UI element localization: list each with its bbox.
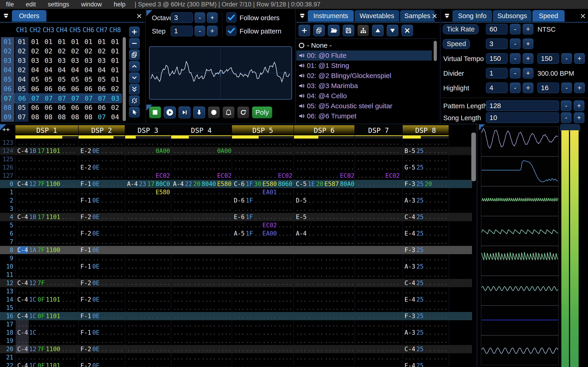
- pattern-cell[interactable]: C-4127F........: [17, 279, 77, 287]
- highlight-first-input[interactable]: 4: [486, 83, 508, 93]
- tick-rate-decrease-button[interactable]: -: [510, 24, 520, 34]
- pattern-cell[interactable]: ...............: [296, 238, 355, 246]
- highlight-second-increase-button[interactable]: +: [574, 83, 585, 93]
- order-cell[interactable]: 04: [55, 65, 69, 75]
- pattern-cell[interactable]: C-51E20E58780A0: [296, 180, 355, 188]
- pattern-cell[interactable]: C-41C0F1101....: [17, 361, 77, 367]
- order-cell[interactable]: 05: [15, 84, 28, 94]
- record-button[interactable]: [208, 106, 220, 118]
- pattern-cell[interactable]: F-32520....: [405, 180, 449, 188]
- pattern-cell[interactable]: ...........: [80, 205, 124, 213]
- pattern-cell[interactable]: ...........: [405, 221, 449, 229]
- pattern-cell[interactable]: ...........: [80, 320, 124, 328]
- instrument-item[interactable]: 04: @4 Cello: [296, 91, 432, 101]
- orders-row[interactable]: 040204040404040401: [1, 65, 122, 75]
- pattern-cell[interactable]: ...........: [405, 139, 449, 147]
- orders-row[interactable]: 060506060606060602: [1, 84, 122, 94]
- pattern-cell[interactable]: ...............: [234, 287, 294, 295]
- pattern-cell[interactable]: ...............: [234, 328, 294, 337]
- pattern-cell[interactable]: ...............: [17, 287, 77, 295]
- order-cell[interactable]: 02: [42, 47, 55, 56]
- virtual-tempo-num-increase-button[interactable]: +: [523, 53, 533, 64]
- pattern-cell[interactable]: C-4127F1100....: [17, 180, 77, 188]
- pattern-cell[interactable]: ...........EC02: [234, 172, 294, 180]
- channel-header-3[interactable]: DSP 3: [125, 125, 171, 135]
- follow-orders-checkbox[interactable]: [226, 12, 236, 23]
- pattern-cell[interactable]: ...............: [173, 163, 233, 172]
- close-icon[interactable]: [579, 12, 587, 20]
- order-cell[interactable]: 04: [82, 65, 95, 75]
- pattern-cell[interactable]: ...............: [173, 262, 233, 271]
- pattern-cell[interactable]: ...........EC02: [173, 172, 233, 180]
- pattern-cell[interactable]: ...............: [173, 312, 233, 320]
- pattern-cell[interactable]: C-41B171101....: [17, 147, 77, 155]
- speed-increase-button[interactable]: +: [523, 39, 533, 49]
- pattern-cell[interactable]: ...........: [127, 295, 171, 304]
- step-decrease-button[interactable]: -: [195, 26, 205, 36]
- chevrons-down-button[interactable]: [129, 84, 140, 94]
- triangle-down-button[interactable]: [387, 25, 398, 36]
- channel-header-1[interactable]: DSP 1: [15, 125, 78, 135]
- orders-scrollbar[interactable]: [123, 37, 126, 121]
- order-cell[interactable]: 03: [28, 56, 42, 65]
- pattern-cell[interactable]: ...............: [17, 139, 77, 147]
- pattern-cell[interactable]: ...........: [80, 172, 124, 180]
- pattern-cell[interactable]: C-425......: [405, 213, 449, 221]
- pattern-cell[interactable]: ...............: [234, 337, 294, 345]
- pattern-cell[interactable]: ...........: [405, 188, 449, 196]
- order-cell[interactable]: 06: [55, 84, 69, 94]
- pattern-cell[interactable]: ...............: [173, 196, 233, 205]
- orders-row[interactable]: 020202020202020201: [1, 47, 122, 56]
- pattern-cell[interactable]: ...............: [17, 304, 77, 312]
- pattern-cell[interactable]: ...........: [127, 196, 171, 205]
- pattern-cell[interactable]: ...........EC02: [296, 172, 355, 180]
- order-cell[interactable]: 04: [28, 65, 42, 75]
- pattern-cell[interactable]: C-61F30E5808060: [234, 180, 294, 188]
- order-cell[interactable]: 02: [95, 47, 108, 56]
- pattern-cell[interactable]: ...........: [80, 254, 124, 262]
- plus-button[interactable]: [129, 27, 140, 37]
- stop-button[interactable]: [149, 106, 161, 118]
- pattern-cell[interactable]: .......0A00: [127, 147, 171, 155]
- pointer-button[interactable]: [129, 107, 140, 117]
- close-icon[interactable]: [431, 12, 439, 20]
- order-cell[interactable]: 02: [15, 47, 28, 56]
- virtual-tempo-denominator-input[interactable]: 150: [537, 53, 559, 64]
- order-cell[interactable]: 06: [69, 103, 82, 112]
- pattern-cell[interactable]: ...........: [405, 155, 449, 163]
- pattern-cell[interactable]: A-325......: [405, 196, 449, 205]
- pattern-cell[interactable]: ...............: [17, 271, 77, 279]
- tab-subsongs[interactable]: Subsongs: [493, 10, 531, 22]
- pattern-cell[interactable]: ...........: [357, 139, 401, 147]
- order-cell[interactable]: 01: [108, 56, 122, 65]
- pattern-cell[interactable]: ...............: [296, 304, 355, 312]
- order-cell[interactable]: 03: [15, 56, 28, 65]
- collapse-icon[interactable]: [442, 11, 452, 21]
- pattern-cell[interactable]: ...........: [80, 155, 124, 163]
- pattern-cell[interactable]: ...........: [127, 279, 171, 287]
- order-cell[interactable]: 07: [69, 94, 82, 103]
- repeat-button[interactable]: [237, 106, 249, 118]
- pattern-cell[interactable]: A-51F..EA00....: [234, 229, 294, 238]
- pattern-cell[interactable]: ...........: [80, 304, 124, 312]
- pattern-cell[interactable]: ...............: [296, 287, 355, 295]
- order-cell[interactable]: 01: [55, 37, 69, 47]
- highlight-first-increase-button[interactable]: +: [523, 83, 533, 93]
- pattern-cell[interactable]: ...............: [173, 353, 233, 361]
- octave-decrease-button[interactable]: -: [195, 12, 205, 23]
- pattern-cell[interactable]: .......EC02....: [234, 221, 294, 229]
- pattern-cell[interactable]: ...............: [234, 345, 294, 353]
- orders-row-number[interactable]: 08: [1, 103, 14, 112]
- orders-row[interactable]: 070607070707070703: [1, 94, 122, 103]
- pattern-cell[interactable]: ...........: [80, 287, 124, 295]
- pattern-cell[interactable]: .......EC02: [357, 172, 401, 180]
- pattern-cell[interactable]: F-325......: [405, 246, 449, 254]
- pattern-cell[interactable]: ...........: [357, 287, 401, 295]
- order-cell[interactable]: 05: [15, 103, 28, 112]
- pattern-cell[interactable]: ...............: [234, 155, 294, 163]
- poly-button[interactable]: Poly: [252, 106, 272, 118]
- instrument-item[interactable]: 02: @2 Blingy/Glockenspiel: [296, 71, 432, 81]
- save-button[interactable]: [343, 25, 354, 36]
- order-cell[interactable]: 02: [15, 65, 28, 75]
- pattern-cell[interactable]: ...............: [234, 139, 294, 147]
